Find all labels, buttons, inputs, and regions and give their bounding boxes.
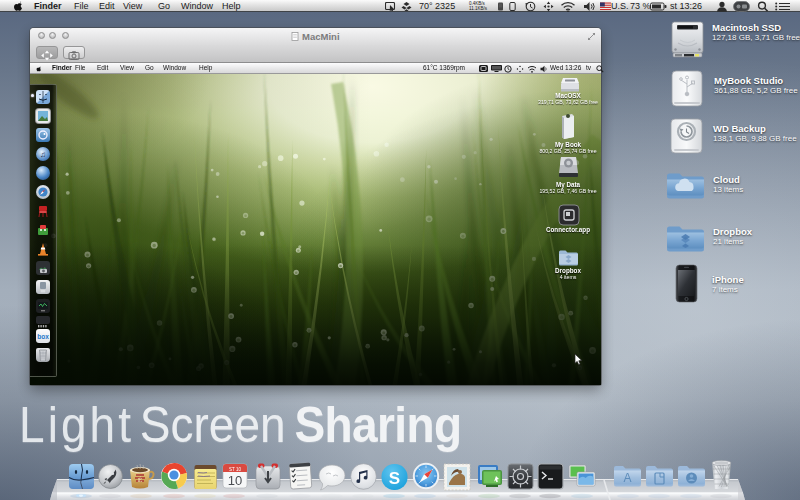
svg-text:10: 10	[228, 473, 242, 488]
svg-text:A: A	[623, 471, 631, 485]
svg-text:S: S	[389, 469, 400, 488]
svg-text:É: É	[138, 476, 143, 484]
svg-text:ST 10: ST 10	[229, 467, 241, 472]
